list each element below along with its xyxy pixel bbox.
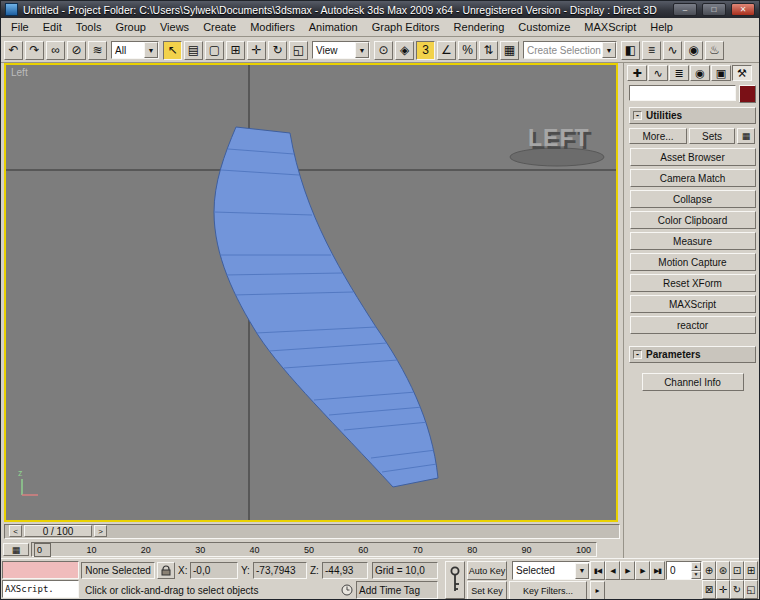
utility-button[interactable]: Color Clipboard — [630, 211, 756, 229]
utility-button[interactable]: reactor — [630, 316, 756, 334]
zoom-all-icon[interactable]: ⊛ — [716, 561, 730, 580]
pan-icon[interactable]: ✛ — [716, 580, 730, 599]
reference-coordinate-dropdown[interactable]: View ▼ — [312, 41, 370, 59]
utility-button[interactable]: Motion Capture — [630, 253, 756, 271]
redo-icon[interactable]: ↷ — [25, 41, 44, 60]
menu-animation[interactable]: Animation — [302, 19, 365, 35]
zoom-icon[interactable]: ⊕ — [702, 561, 716, 580]
minimize-button[interactable]: – — [673, 3, 697, 16]
more-utilities-button[interactable]: More... — [629, 128, 687, 144]
x-coordinate-field[interactable]: -0,0 — [190, 562, 238, 579]
time-slider-button[interactable]: 0 / 100 — [24, 525, 92, 537]
object-name-field[interactable] — [629, 85, 736, 101]
sets-button[interactable]: Sets — [689, 128, 735, 144]
utility-button[interactable]: Measure — [630, 232, 756, 250]
arc-rotate-icon[interactable]: ↻ — [730, 580, 744, 599]
object-color-swatch[interactable] — [739, 85, 756, 103]
rectangular-selection-icon[interactable]: ▢ — [205, 41, 224, 60]
configure-button-sets-icon[interactable]: ▦ — [737, 128, 755, 144]
current-frame-marker[interactable] — [34, 543, 51, 557]
menu-maxscript[interactable]: MAXScript — [577, 19, 643, 35]
select-and-rotate-icon[interactable]: ↻ — [268, 41, 287, 60]
undo-icon[interactable]: ↶ — [4, 41, 23, 60]
previous-key-nub[interactable]: < — [9, 525, 22, 537]
selection-lock-button[interactable] — [157, 562, 175, 579]
use-pivot-center-icon[interactable]: ⊙ — [374, 41, 393, 60]
select-and-move-icon[interactable]: ✛ — [247, 41, 266, 60]
select-and-link-icon[interactable]: ∞ — [46, 41, 65, 60]
maximize-viewport-icon[interactable]: ◱ — [744, 580, 758, 599]
window-crossing-icon[interactable]: ⊞ — [226, 41, 245, 60]
mirror-icon[interactable]: ◧ — [621, 41, 640, 60]
menu-tools[interactable]: Tools — [69, 19, 109, 35]
key-filters-button[interactable]: Key Filters... — [509, 581, 587, 600]
viewport-label[interactable]: Left — [11, 67, 28, 78]
chevron-down-icon[interactable]: ▼ — [144, 42, 158, 58]
set-keys-button[interactable] — [445, 561, 465, 599]
chevron-down-icon[interactable]: ▼ — [575, 563, 589, 579]
zoom-extents-icon[interactable]: ⊡ — [730, 561, 744, 580]
tab-utilities[interactable]: ⚒ — [732, 65, 752, 81]
menu-group[interactable]: Group — [108, 19, 153, 35]
menu-customize[interactable]: Customize — [511, 19, 577, 35]
set-key-button[interactable]: Set Key — [467, 581, 507, 600]
utility-button[interactable]: Collapse — [630, 190, 756, 208]
next-key-nub[interactable]: > — [94, 525, 107, 537]
maximize-button[interactable]: □ — [702, 3, 726, 16]
named-selection-sets-icon[interactable]: ▦ — [500, 41, 519, 60]
maxscript-listener-input[interactable]: AXScript. — [2, 580, 79, 598]
go-to-start-button[interactable]: ▮◀ — [590, 561, 605, 580]
key-mode-toggle-button[interactable]: ▸ — [590, 581, 605, 600]
timeline-ruler[interactable]: 0102030405060708090100 — [31, 542, 597, 557]
snaps-toggle-icon[interactable]: 3 — [416, 41, 435, 60]
tab-display[interactable]: ▣ — [711, 65, 731, 81]
maxscript-listener-output[interactable] — [2, 561, 79, 579]
menu-modifiers[interactable]: Modifiers — [243, 19, 302, 35]
selection-filter-dropdown[interactable]: All ▼ — [111, 41, 159, 59]
select-object-icon[interactable]: ↖ — [163, 41, 182, 60]
close-button[interactable]: ✕ — [731, 3, 755, 16]
align-icon[interactable]: ≡ — [642, 41, 661, 60]
spinner-snap-icon[interactable]: ⇅ — [479, 41, 498, 60]
auto-key-button[interactable]: Auto Key — [467, 561, 507, 580]
y-coordinate-field[interactable]: -73,7943 — [253, 562, 307, 579]
menu-graph-editors[interactable]: Graph Editors — [365, 19, 447, 35]
bind-to-space-warp-icon[interactable]: ≋ — [88, 41, 107, 60]
menu-views[interactable]: Views — [153, 19, 196, 35]
menu-help[interactable]: Help — [643, 19, 680, 35]
selection-status[interactable]: None Selected — [81, 562, 155, 579]
left-viewport[interactable]: Left — [4, 63, 618, 522]
key-mode-dropdown[interactable]: Selected ▼ — [512, 561, 590, 580]
z-coordinate-field[interactable]: -44,93 — [322, 562, 368, 579]
utility-button[interactable]: MAXScript — [630, 295, 756, 313]
play-button[interactable]: ▶ — [620, 561, 635, 580]
percent-snap-icon[interactable]: % — [458, 41, 477, 60]
parameters-rollout-header[interactable]: - Parameters — [629, 346, 756, 363]
region-zoom-icon[interactable]: ⊠ — [702, 580, 716, 599]
channel-info-button[interactable]: Channel Info — [642, 373, 744, 391]
chevron-down-icon[interactable]: ▼ — [355, 42, 369, 58]
collapse-icon[interactable]: - — [633, 350, 642, 359]
utilities-rollout-header[interactable]: - Utilities — [629, 107, 756, 124]
utility-button[interactable]: Asset Browser — [630, 148, 756, 166]
unlink-selection-icon[interactable]: ⊘ — [67, 41, 86, 60]
menu-edit[interactable]: Edit — [36, 19, 69, 35]
material-editor-icon[interactable]: ◉ — [684, 41, 703, 60]
curve-editor-icon[interactable]: ∿ — [663, 41, 682, 60]
add-time-tag-field[interactable]: Add Time Tag — [356, 581, 438, 599]
bent-object[interactable] — [214, 127, 438, 487]
select-by-name-icon[interactable]: ▤ — [184, 41, 203, 60]
mini-curve-editor-button[interactable]: ▦ — [3, 543, 29, 556]
current-frame-value[interactable]: 0 — [667, 562, 691, 579]
zoom-extents-all-icon[interactable]: ⊞ — [744, 561, 758, 580]
viewport-canvas[interactable]: LEFT LEFT z — [6, 65, 616, 520]
utility-button[interactable]: Reset XForm — [630, 274, 756, 292]
menu-create[interactable]: Create — [196, 19, 243, 35]
angle-snap-icon[interactable]: ∠ — [437, 41, 456, 60]
tab-create[interactable]: ✚ — [627, 65, 647, 81]
select-and-manipulate-icon[interactable]: ◈ — [395, 41, 414, 60]
menu-rendering[interactable]: Rendering — [447, 19, 512, 35]
utility-button[interactable]: Camera Match — [630, 169, 756, 187]
menu-file[interactable]: File — [4, 19, 36, 35]
next-frame-button[interactable]: ▶ — [635, 561, 650, 580]
